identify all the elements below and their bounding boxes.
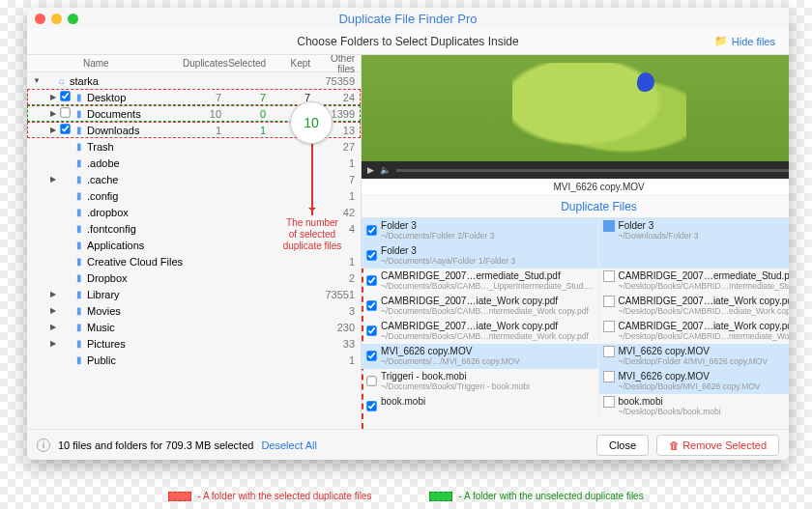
duplicate-item[interactable]	[599, 243, 789, 269]
disclosure-arrow-icon[interactable]: ▶	[50, 126, 58, 134]
duplicate-checkbox[interactable]	[366, 250, 376, 260]
col-duplicates[interactable]: Duplicates	[183, 58, 227, 69]
row-label: Trash	[87, 141, 183, 153]
col-selected[interactable]: Selected	[227, 58, 272, 69]
disclosure-arrow-icon[interactable]: ▶	[50, 323, 58, 331]
preview-area[interactable]	[362, 55, 789, 161]
duplicate-item[interactable]: CAMBRIDGE_2007…ermediate_Stud.pdf~/Deskt…	[599, 269, 789, 294]
playback-bar[interactable]: ▶ 🔈 00:00:00	[362, 161, 789, 179]
folder-icon: ▮	[72, 305, 87, 316]
disclosure-arrow-icon[interactable]: ▼	[33, 76, 41, 85]
folder-tree[interactable]: 10 The numberof selectedduplicate files …	[27, 72, 361, 429]
duplicate-item[interactable]: book.mobi~/Desktop/Books/book.mobi	[599, 394, 789, 419]
folder-icon: ▮	[72, 338, 87, 349]
duplicate-name: MVI_6626 copy.MOV	[619, 346, 789, 356]
tree-row[interactable]: ▼⌂starka75359	[27, 72, 361, 89]
deselect-all-link[interactable]: Deselect All	[261, 439, 316, 451]
duplicate-path: ~/Documents/Books/CAMB…ntermediate_Work …	[381, 306, 594, 316]
disclosure-arrow-icon[interactable]: ▶	[50, 306, 58, 315]
duplicate-item[interactable]: book.mobi	[362, 394, 597, 419]
folder-icon: ▮	[72, 141, 87, 152]
tree-row[interactable]: ▮Creative Cloud Files1	[27, 253, 361, 269]
folder-icon: ▮	[72, 322, 87, 332]
disclosure-arrow-icon[interactable]: ▶	[50, 93, 58, 101]
tree-row[interactable]: ▮Dropbox2	[27, 269, 361, 286]
duplicate-checkbox[interactable]	[366, 401, 376, 410]
folder-icon: ▮	[72, 223, 87, 234]
file-icon	[603, 396, 615, 408]
duplicate-checkbox[interactable]	[366, 376, 376, 385]
duplicate-item[interactable]: CAMBRIDGE_2007…iate_Work copy.pdf~/Deskt…	[599, 319, 789, 344]
duplicate-checkbox[interactable]	[366, 300, 376, 310]
duplicate-name: book.mobi	[381, 396, 594, 407]
duplicate-item[interactable]: MVI_6626 copy.MOV~/Desktop/Folder 4/MVI_…	[599, 344, 789, 369]
tree-row[interactable]: ▶▮Library73551	[27, 286, 361, 302]
duplicate-item[interactable]: CAMBRIDGE_2007…ermediate_Stud.pdf~/Docum…	[362, 269, 597, 294]
disclosure-arrow-icon[interactable]: ▶	[50, 290, 58, 298]
row-label: .dropbox	[87, 207, 183, 218]
duplicate-item[interactable]: CAMBRIDGE_2007…iate_Work copy.pdf~/Docum…	[362, 319, 597, 344]
duplicate-path: ~/Desktop/Books/CAMBRID…ediate_Work copy…	[619, 306, 789, 316]
duplicate-item[interactable]: Folder 3~/Downloads/Folder 3	[599, 218, 789, 243]
col-other[interactable]: Other files	[316, 53, 361, 74]
duplicate-checkbox[interactable]	[366, 351, 376, 360]
row-other: 1	[316, 354, 361, 366]
instruction-bar: Choose Folders to Select Duplicates Insi…	[27, 29, 789, 55]
duplicate-item[interactable]: Folder 3~/Documents/Folder 2/Folder 3	[362, 218, 597, 243]
duplicate-checkbox[interactable]	[366, 225, 376, 235]
duplicate-files-title: Duplicate Files	[362, 196, 789, 218]
row-label: Documents	[87, 108, 183, 120]
legend: - A folder with the selected duplicate f…	[0, 491, 812, 501]
tree-row[interactable]: ▮Public1	[27, 352, 361, 368]
row-label: Library	[87, 289, 183, 300]
tree-row[interactable]: ▶▮Movies3	[27, 302, 361, 319]
duplicate-item[interactable]: CAMBRIDGE_2007…iate_Work copy.pdf~/Deskt…	[599, 294, 789, 319]
disclosure-arrow-icon[interactable]: ▶	[50, 109, 58, 118]
details-panel: ▶ 🔈 00:00:00 MVI_6626 copy.MOV Duplicate…	[362, 55, 789, 429]
row-label: .fontconfig	[87, 223, 183, 235]
row-checkbox[interactable]	[58, 90, 72, 104]
duplicate-name: CAMBRIDGE_2007…iate_Work copy.pdf	[619, 296, 789, 306]
info-icon[interactable]: i	[37, 438, 50, 452]
duplicate-item[interactable]: Folder 3~/Documents/Aaya/Folder 1/Folder…	[362, 243, 597, 269]
duplicate-path: ~/Documents/Books/CAMB…_UpperIntermediat…	[381, 281, 594, 291]
duplicate-name: MVI_6626 copy.MOV	[381, 346, 594, 356]
row-label: Dropbox	[87, 272, 183, 284]
duplicate-item[interactable]: MVI_6626 copy.MOV~/Documents/…/MVI_6626 …	[362, 344, 597, 369]
duplicate-files-list[interactable]: Folder 3~/Documents/Folder 2/Folder 3Fol…	[362, 218, 789, 429]
tree-row[interactable]: ▶▮Pictures33	[27, 335, 361, 352]
duplicate-checkbox[interactable]	[366, 325, 376, 335]
duplicate-name: CAMBRIDGE_2007…iate_Work copy.pdf	[381, 296, 594, 306]
home-icon: ⌂	[54, 75, 70, 86]
window-title: Duplicate File Finder Pro	[27, 12, 789, 26]
titlebar: Duplicate File Finder Pro	[27, 8, 789, 29]
selected-count-badge: 10	[290, 101, 333, 144]
file-icon	[603, 296, 615, 307]
duplicate-checkbox[interactable]	[366, 275, 376, 285]
play-icon[interactable]: ▶	[367, 165, 374, 175]
row-other: 24	[316, 92, 361, 103]
col-kept[interactable]: Kept	[272, 58, 316, 69]
remove-selected-button[interactable]: 🗑 Remove Selected	[656, 435, 779, 456]
duplicate-item[interactable]: Triggeri - book.mobi~/Documents/Books/Tr…	[362, 369, 597, 394]
row-checkbox[interactable]	[58, 123, 72, 137]
file-icon	[603, 321, 615, 332]
close-button[interactable]: Close	[596, 435, 649, 456]
disclosure-arrow-icon[interactable]: ▶	[50, 339, 58, 348]
tree-row[interactable]: ▶▮Music230	[27, 319, 361, 335]
hide-files-link[interactable]: 📁 Hide files	[714, 35, 775, 47]
duplicate-item[interactable]: CAMBRIDGE_2007…iate_Work copy.pdf~/Docum…	[362, 294, 597, 319]
col-name[interactable]: Name	[27, 58, 183, 69]
row-checkbox[interactable]	[58, 106, 72, 121]
disclosure-arrow-icon[interactable]: ▶	[50, 175, 58, 184]
folder-icon: ▮	[72, 354, 87, 365]
progress-bar[interactable]	[396, 169, 789, 172]
duplicate-name: Folder 3	[381, 245, 594, 256]
duplicate-name: CAMBRIDGE_2007…ermediate_Stud.pdf	[381, 270, 594, 281]
folder-icon: ▮	[72, 92, 87, 102]
duplicate-name: book.mobi	[619, 396, 789, 407]
duplicate-item[interactable]: MVI_6626 copy.MOV~/Desktop/Books/MVI_662…	[599, 369, 789, 394]
row-other: 42	[316, 207, 361, 218]
sound-icon[interactable]: 🔈	[380, 165, 391, 175]
row-selected: 7	[227, 92, 272, 103]
